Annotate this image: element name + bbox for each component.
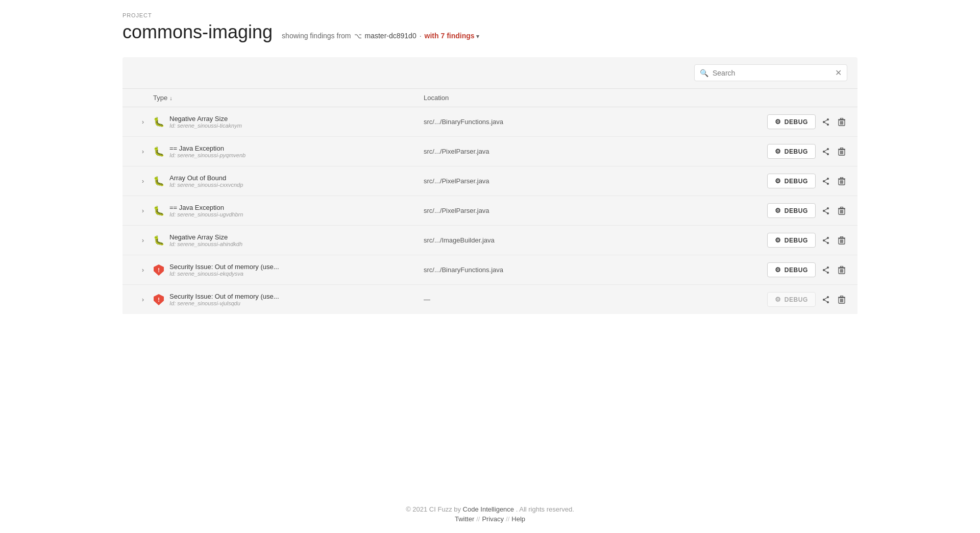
table-header: Type ↓ Location xyxy=(122,89,857,107)
svg-rect-65 xyxy=(843,269,844,273)
dot-separator: · xyxy=(420,32,422,40)
finding-row: › 🐛 Negative Array Size Id: serene_sinou… xyxy=(122,107,857,137)
debug-label: DEBUG xyxy=(785,148,808,155)
share-button[interactable] xyxy=(820,175,832,187)
delete-button[interactable] xyxy=(836,234,847,247)
delete-button[interactable] xyxy=(836,205,847,217)
expand-button[interactable]: › xyxy=(133,117,153,127)
expand-button[interactable]: › xyxy=(133,206,153,215)
expand-button[interactable]: › xyxy=(133,147,153,156)
finding-location: src/.../ImageBuilder.java xyxy=(424,236,577,244)
footer-company-link[interactable]: Code Intelligence xyxy=(463,505,514,513)
search-input[interactable] xyxy=(713,69,831,77)
svg-line-73 xyxy=(824,297,828,300)
expand-button[interactable]: › xyxy=(133,236,153,245)
share-button[interactable] xyxy=(820,234,832,247)
finding-type-info: Negative Array Size Id: serene_sinoussi-… xyxy=(169,115,242,129)
findings-subtitle: showing findings from ⌥ master-dc891d0 ·… xyxy=(282,32,479,40)
debug-button[interactable]: ⚙ DEBUG xyxy=(767,174,816,188)
page-container: PROJECT commons-imaging showing findings… xyxy=(0,0,980,533)
share-icon xyxy=(822,266,830,274)
svg-rect-52 xyxy=(843,239,844,243)
svg-rect-54 xyxy=(841,236,843,237)
expand-button[interactable]: › xyxy=(133,177,153,186)
svg-line-74 xyxy=(824,300,828,302)
finding-row: › 🐛 Array Out of Bound Id: serene_sinous… xyxy=(122,166,857,196)
finding-actions: ⚙ DEBUG xyxy=(577,114,847,129)
finding-type-cell: 🐛 Array Out of Bound Id: serene_sinoussi… xyxy=(153,174,424,188)
delete-button[interactable] xyxy=(836,294,847,306)
share-button[interactable] xyxy=(820,205,832,217)
footer: © 2021 CI Fuzz by Code Intelligence . Al… xyxy=(0,490,980,533)
share-button[interactable] xyxy=(820,294,832,306)
finding-type-name: Security Issue: Out of memory (use... xyxy=(169,293,279,300)
share-icon xyxy=(822,296,830,304)
finding-type-cell: 🐛 Negative Array Size Id: serene_sinouss… xyxy=(153,115,424,129)
finding-type-cell: ! Security Issue: Out of memory (use... … xyxy=(153,263,424,277)
debug-button[interactable]: ⚙ DEBUG xyxy=(767,144,816,159)
share-button[interactable] xyxy=(820,116,832,128)
col-header-type[interactable]: Type ↓ xyxy=(153,94,424,102)
delete-icon xyxy=(838,207,845,215)
svg-rect-80 xyxy=(841,296,843,297)
finding-type-info: == Java Exception Id: serene_sinoussi-py… xyxy=(169,144,246,158)
bug-icon: 🐛 xyxy=(153,235,164,246)
svg-text:!: ! xyxy=(158,297,160,303)
finding-location: src/.../BinaryFunctions.java xyxy=(424,266,577,274)
delete-button[interactable] xyxy=(836,264,847,276)
svg-line-3 xyxy=(824,119,828,122)
svg-rect-32 xyxy=(841,177,843,178)
finding-id: Id: serene_sinoussi-vjulsqdu xyxy=(169,300,279,306)
finding-location: src/.../PixelParser.java xyxy=(424,207,577,214)
finding-row: › ! Security Issue: Out of memory (use..… xyxy=(122,255,857,285)
svg-line-37 xyxy=(824,211,828,213)
security-icon: ! xyxy=(154,264,164,276)
svg-rect-29 xyxy=(841,180,842,184)
findings-list: › 🐛 Negative Array Size Id: serene_sinou… xyxy=(122,107,857,314)
finding-row: › 🐛 Negative Array Size Id: serene_sinou… xyxy=(122,226,857,255)
debug-button[interactable]: ⚙ DEBUG xyxy=(767,262,816,277)
delete-icon xyxy=(838,236,845,245)
delete-button[interactable] xyxy=(836,146,847,158)
finding-icon: 🐛 xyxy=(153,146,164,157)
project-header: commons-imaging showing findings from ⌥ … xyxy=(122,21,857,43)
debug-label: DEBUG xyxy=(785,207,808,214)
footer-twitter-link[interactable]: Twitter xyxy=(455,515,474,523)
search-bar: 🔍 ✕ xyxy=(122,57,857,89)
delete-button[interactable] xyxy=(836,175,847,187)
expand-button[interactable]: › xyxy=(133,265,153,275)
finding-type-name: == Java Exception xyxy=(169,144,246,152)
delete-button[interactable] xyxy=(836,116,847,128)
footer-help-link[interactable]: Help xyxy=(511,515,525,523)
search-close-button[interactable]: ✕ xyxy=(835,68,842,78)
delete-icon xyxy=(838,296,845,304)
delete-icon xyxy=(838,266,845,274)
findings-count[interactable]: with 7 findings ▾ xyxy=(425,32,480,40)
svg-line-15 xyxy=(824,152,828,154)
finding-id: Id: serene_sinoussi-ticaknym xyxy=(169,123,242,129)
sort-arrow-icon: ↓ xyxy=(169,95,173,101)
svg-rect-7 xyxy=(841,121,842,125)
share-button[interactable] xyxy=(820,146,832,158)
finding-actions: ⚙ DEBUG xyxy=(577,233,847,248)
share-button[interactable] xyxy=(820,264,832,276)
finding-type-cell: 🐛 Negative Array Size Id: serene_sinouss… xyxy=(153,233,424,247)
debug-gear-icon: ⚙ xyxy=(775,207,781,214)
finding-row: › 🐛 == Java Exception Id: serene_sinouss… xyxy=(122,137,857,166)
security-icon: ! xyxy=(154,294,164,305)
svg-rect-8 xyxy=(843,121,844,125)
branch-name: master-dc891d0 xyxy=(365,32,416,40)
finding-id: Id: serene_sinoussi-cxxvcndp xyxy=(169,182,243,188)
finding-type-name: Security Issue: Out of memory (use... xyxy=(169,263,279,271)
finding-id: Id: serene_sinoussi-pyqmvenb xyxy=(169,152,246,158)
project-title: commons-imaging xyxy=(122,21,273,43)
svg-line-60 xyxy=(824,268,828,270)
debug-button[interactable]: ⚙ DEBUG xyxy=(767,203,816,218)
debug-button[interactable]: ⚙ DEBUG xyxy=(767,114,816,129)
svg-rect-39 xyxy=(840,210,841,213)
svg-rect-43 xyxy=(841,207,843,208)
footer-privacy-link[interactable]: Privacy xyxy=(482,515,504,523)
svg-line-26 xyxy=(824,181,828,184)
expand-button[interactable]: › xyxy=(133,295,153,304)
debug-button[interactable]: ⚙ DEBUG xyxy=(767,233,816,248)
